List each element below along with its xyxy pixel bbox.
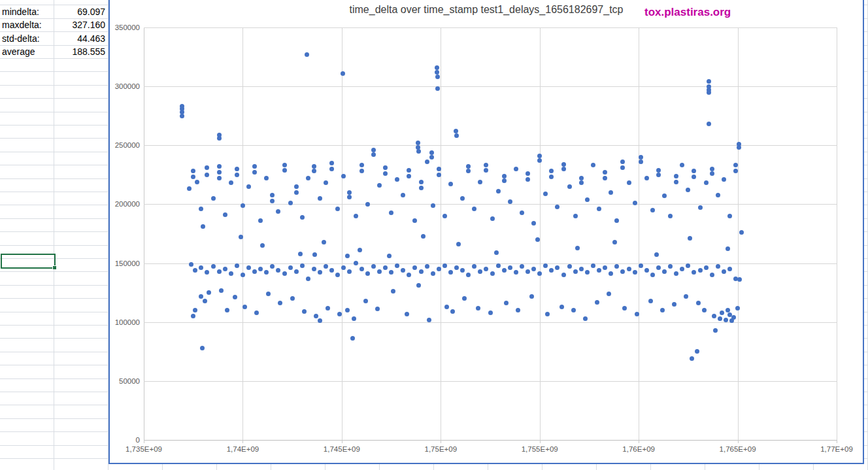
scatter-point[interactable] — [223, 267, 227, 271]
scatter-point[interactable] — [529, 294, 534, 299]
scatter-point[interactable] — [718, 316, 722, 321]
scatter-point[interactable] — [460, 268, 465, 273]
scatter-point[interactable] — [387, 254, 392, 258]
scatter-point[interactable] — [639, 263, 643, 268]
fill-handle[interactable] — [52, 265, 57, 270]
scatter-point[interactable] — [496, 263, 501, 268]
scatter-point[interactable] — [401, 268, 405, 273]
scatter-point[interactable] — [537, 271, 542, 276]
scatter-point[interactable] — [276, 268, 280, 273]
scatter-point[interactable] — [233, 295, 237, 299]
scatter-point[interactable] — [526, 177, 530, 182]
scatter-point[interactable] — [252, 170, 257, 175]
scatter-point[interactable] — [713, 328, 718, 333]
scatter-point[interactable] — [696, 301, 701, 305]
scatter-point[interactable] — [435, 70, 439, 75]
scatter-point[interactable] — [294, 190, 299, 195]
scatter-point[interactable] — [526, 269, 530, 274]
scatter-point[interactable] — [543, 263, 548, 268]
scatter-point[interactable] — [735, 306, 740, 311]
scatter-point[interactable] — [567, 264, 572, 269]
scatter-point[interactable] — [537, 154, 542, 158]
scatter-point[interactable] — [620, 165, 625, 170]
scatter-point[interactable] — [710, 167, 714, 171]
scatter-point[interactable] — [211, 196, 216, 201]
scatter-point[interactable] — [270, 264, 275, 269]
scatter-point[interactable] — [650, 273, 655, 277]
scatter-point[interactable] — [633, 270, 637, 275]
scatter-point[interactable] — [205, 270, 209, 275]
scatter-point[interactable] — [337, 312, 342, 316]
scatter-point[interactable] — [710, 171, 714, 176]
scatter-point[interactable] — [516, 308, 520, 312]
scatter-point[interactable] — [391, 289, 395, 294]
scatter-point[interactable] — [354, 261, 358, 265]
scatter-point[interactable] — [614, 264, 619, 269]
scatter-point[interactable] — [561, 162, 566, 167]
scatter-point[interactable] — [583, 316, 588, 321]
scatter-point[interactable] — [363, 299, 368, 303]
scatter-point[interactable] — [246, 265, 251, 270]
scatter-point[interactable] — [484, 163, 488, 167]
scatter-point[interactable] — [737, 145, 741, 150]
scatter-point[interactable] — [347, 269, 352, 274]
scatter-point[interactable] — [698, 268, 703, 273]
scatter-point[interactable] — [429, 155, 434, 159]
scatter-point[interactable] — [472, 207, 476, 211]
scatter-point[interactable] — [345, 308, 350, 312]
scatter-point[interactable] — [200, 346, 205, 350]
scatter-point[interactable] — [448, 270, 453, 275]
scatter-point[interactable] — [549, 268, 554, 273]
stat-row-average[interactable]: average 188.555 — [0, 45, 108, 58]
scatter-point[interactable] — [252, 164, 257, 169]
scatter-point[interactable] — [635, 312, 639, 316]
scatter-point[interactable] — [405, 312, 409, 316]
scatter-point[interactable] — [329, 268, 334, 273]
scatter-point[interactable] — [395, 263, 399, 268]
scatter-point[interactable] — [531, 267, 536, 271]
scatter-point[interactable] — [695, 349, 699, 354]
scatter-point[interactable] — [329, 161, 334, 165]
scatter-point[interactable] — [585, 270, 590, 275]
scatter-point[interactable] — [567, 184, 572, 189]
scatter-point[interactable] — [692, 270, 696, 275]
scatter-point[interactable] — [620, 269, 625, 274]
scatter-point[interactable] — [246, 184, 251, 189]
scatter-point[interactable] — [476, 306, 480, 311]
scatter-point[interactable] — [549, 169, 554, 173]
scatter-point[interactable] — [668, 214, 673, 218]
scatter-point[interactable] — [359, 267, 364, 271]
stat-row-maxdelta[interactable]: maxdelta: 327.160 — [0, 18, 108, 31]
scatter-point[interactable] — [627, 267, 631, 271]
scatter-point[interactable] — [692, 175, 696, 179]
scatter-point[interactable] — [241, 203, 245, 208]
scatter-point[interactable] — [478, 269, 482, 274]
scatter-point[interactable] — [490, 216, 495, 221]
scatter-point[interactable] — [435, 65, 439, 70]
scatter-point[interactable] — [680, 163, 684, 167]
scatter-point[interactable] — [680, 267, 684, 271]
scatter-point[interactable] — [383, 171, 388, 176]
scatter-point[interactable] — [318, 270, 322, 275]
scatter-point[interactable] — [282, 271, 287, 276]
scatter-point[interactable] — [662, 269, 667, 274]
stat-row-stddelta[interactable]: std-delta: 44.463 — [0, 32, 108, 45]
scatter-point[interactable] — [520, 210, 524, 215]
scatter-point[interactable] — [633, 201, 637, 205]
scatter-point[interactable] — [383, 265, 388, 270]
scatter-point[interactable] — [377, 269, 382, 274]
scatter-point[interactable] — [496, 189, 501, 193]
scatter-point[interactable] — [266, 292, 271, 296]
scatter-point[interactable] — [549, 175, 554, 179]
scatter-point[interactable] — [442, 263, 447, 268]
scatter-point[interactable] — [191, 314, 195, 318]
scatter-point[interactable] — [288, 265, 293, 270]
scatter-point[interactable] — [318, 196, 322, 201]
scatter-point[interactable] — [205, 173, 209, 177]
scatter-point[interactable] — [258, 267, 263, 271]
scatter-point[interactable] — [644, 176, 649, 180]
chart-title[interactable]: time_delta over time_stamp test1_delays_… — [110, 4, 863, 16]
scatter-point[interactable] — [306, 277, 310, 281]
scatter-point[interactable] — [555, 205, 559, 209]
scatter-point[interactable] — [707, 79, 711, 84]
